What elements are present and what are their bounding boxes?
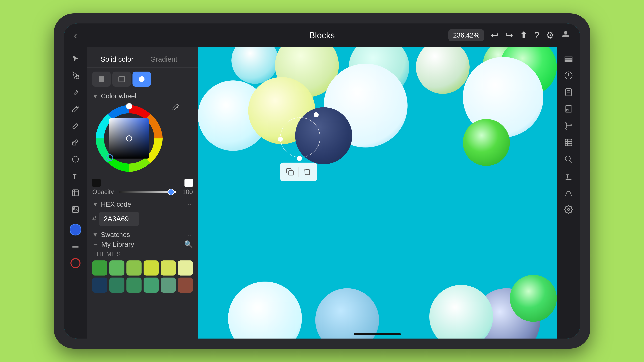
opacity-slider[interactable] (119, 191, 176, 193)
selected-circle-outline (280, 117, 320, 158)
selection-handle-bottom[interactable] (297, 156, 302, 161)
pencil-tool[interactable] (69, 102, 82, 116)
tab-solid-color[interactable]: Solid color (92, 52, 142, 67)
component-settings[interactable] (562, 203, 575, 216)
svg-text:T: T (566, 173, 569, 180)
opacity-label: Opacity (92, 188, 116, 196)
settings-button[interactable]: ⚙ (546, 30, 554, 40)
shape-tool[interactable] (69, 152, 82, 166)
top-bar-actions: ↩ ↪ ⬆ ? ⚙ (491, 29, 570, 41)
format-square-dark[interactable] (92, 71, 111, 87)
svg-point-20 (126, 103, 132, 109)
swatches-title: Swatches (101, 231, 185, 239)
swatch-item[interactable] (144, 260, 159, 276)
swatch-item[interactable] (178, 260, 193, 276)
svg-point-41 (565, 156, 570, 161)
swatch-item[interactable] (161, 260, 176, 276)
selection-handle-left[interactable] (278, 137, 283, 142)
text-tool[interactable]: T (69, 169, 82, 183)
svg-point-33 (566, 122, 567, 123)
swatch-item[interactable] (178, 278, 193, 293)
action-bar (280, 163, 317, 181)
share-button[interactable]: ⬆ (520, 30, 528, 40)
black-swatch (92, 179, 100, 187)
svg-point-5 (72, 156, 78, 162)
bubble-1 (232, 47, 278, 84)
swatches-section-header[interactable]: ▼ Swatches ··· (87, 229, 198, 240)
swatch-item[interactable] (126, 278, 142, 293)
align-tool[interactable] (69, 240, 82, 253)
swatch-item[interactable] (161, 278, 176, 293)
swatch-item[interactable] (109, 260, 124, 276)
embed-button[interactable] (562, 102, 575, 116)
eraser-tool[interactable] (69, 136, 82, 149)
top-bar: ‹ Blocks 236.42% ↩ ↪ ⬆ ? ⚙ (64, 23, 580, 47)
brush-tool[interactable] (69, 119, 82, 132)
svg-rect-31 (566, 109, 568, 111)
eyedropper-button[interactable] (170, 102, 181, 115)
opacity-row: Opacity 100 (87, 188, 198, 196)
hex-more-button[interactable]: ··· (188, 201, 193, 208)
bubble-bottom-cyan-right (429, 285, 493, 339)
svg-rect-16 (119, 76, 124, 82)
color-indicator[interactable] (69, 223, 82, 236)
format-circle-active[interactable] (132, 71, 151, 87)
color-wheel-section-header[interactable]: ▼ Color wheel (87, 91, 198, 102)
help-button[interactable]: ? (534, 30, 539, 40)
pen-tool[interactable] (69, 85, 82, 99)
opacity-value[interactable]: 100 (180, 188, 193, 196)
library-back-arrow[interactable]: ← (92, 241, 98, 248)
swatches-search-button[interactable]: 🔍 (184, 240, 193, 248)
svg-rect-15 (98, 76, 104, 82)
cut-button[interactable] (562, 119, 575, 132)
format-square-medium[interactable] (112, 71, 131, 87)
hex-section: # (87, 210, 198, 229)
zoom-level[interactable]: 236.42% (448, 29, 484, 41)
curve-tool[interactable] (562, 186, 575, 199)
swatches-more-button[interactable]: ··· (188, 231, 193, 238)
bubble-green-mid-right (463, 119, 510, 166)
image-tool[interactable] (69, 203, 82, 216)
table-button[interactable] (562, 136, 575, 149)
hex-toggle: ▼ (92, 201, 98, 208)
action-duplicate[interactable] (284, 165, 297, 179)
selection-handle-top[interactable] (314, 112, 319, 117)
pages-button[interactable] (562, 85, 575, 99)
transform-tool[interactable] (69, 186, 82, 199)
color-wheel-container[interactable] (92, 102, 166, 175)
swatch-item[interactable] (126, 260, 142, 276)
canvas-background (198, 47, 557, 339)
tab-gradient[interactable]: Gradient (142, 52, 186, 67)
color-wheel-svg[interactable] (92, 102, 166, 175)
redo-button[interactable]: ↪ (505, 30, 513, 40)
bubble-bottom-green-right (510, 275, 557, 322)
back-button[interactable]: ‹ (74, 29, 77, 41)
stroke-indicator[interactable] (69, 256, 82, 270)
text-style-button[interactable]: T (562, 169, 575, 183)
swatch-item[interactable] (144, 278, 159, 293)
screen: ‹ Blocks 236.42% ↩ ↪ ⬆ ? ⚙ (64, 23, 580, 339)
effects-button[interactable] (562, 69, 575, 82)
svg-rect-22 (289, 171, 293, 175)
swatch-item[interactable] (92, 260, 107, 276)
profile-button[interactable] (561, 29, 570, 41)
hex-section-header[interactable]: ▼ HEX code ··· (87, 199, 198, 210)
action-divider (298, 167, 299, 177)
hex-input[interactable] (99, 212, 139, 226)
main-content: T (64, 47, 580, 339)
left-toolbar: T (64, 47, 87, 339)
action-delete[interactable] (300, 165, 314, 179)
select-tool[interactable] (69, 52, 82, 65)
color-panel: Solid color Gradient (87, 47, 198, 339)
svg-rect-25 (565, 60, 572, 62)
canvas-area[interactable] (198, 47, 557, 339)
direct-select-tool[interactable] (69, 69, 82, 82)
swatch-item[interactable] (109, 278, 124, 293)
swatch-item[interactable] (92, 278, 107, 293)
hex-input-row: # (92, 212, 193, 226)
svg-line-42 (570, 160, 572, 163)
home-indicator (354, 333, 401, 335)
layers-button[interactable] (562, 52, 575, 65)
search-on-canvas-button[interactable] (562, 152, 575, 166)
undo-button[interactable]: ↩ (491, 30, 498, 40)
